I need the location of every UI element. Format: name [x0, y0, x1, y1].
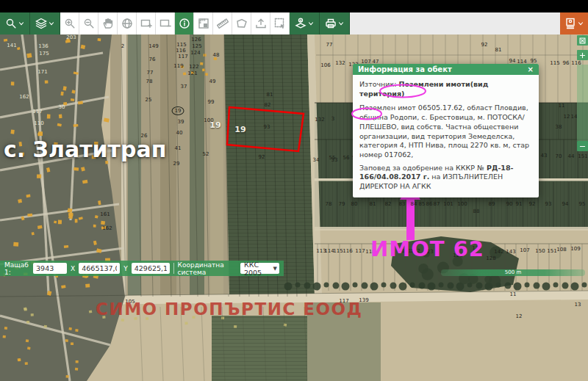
measure-area-icon	[198, 18, 209, 29]
scale-label: Мащаб 1:	[4, 261, 29, 276]
upload-icon	[255, 18, 267, 29]
y-label: Y	[123, 265, 128, 272]
report-menu-button[interactable]	[560, 12, 588, 35]
magnifier-icon	[5, 18, 17, 29]
extent-icon	[578, 37, 587, 45]
order-line: Заповед за одобрение на КККР № РД-18-166…	[359, 164, 532, 192]
chevron-down-icon: ▼	[273, 266, 277, 272]
x-label: X	[71, 265, 75, 272]
parcel-description: Поземлен имот 06505.17.62, област Пловди…	[359, 104, 532, 159]
toolbar	[0, 12, 588, 35]
printer-icon	[325, 18, 337, 29]
chevron-down-icon	[577, 20, 584, 27]
close-icon[interactable]: ×	[528, 66, 534, 73]
search-menu-button[interactable]	[0, 12, 30, 35]
layers-menu-button[interactable]	[30, 12, 60, 35]
zoom-out-icon	[83, 18, 95, 29]
chevron-down-icon	[307, 20, 315, 27]
status-bar: Мащаб 1: X Y Координатна система ККС 200…	[0, 261, 284, 276]
measure-distance-button[interactable]	[213, 12, 232, 35]
browser-top-bar	[0, 0, 588, 12]
imot-callout-label: ИМОТ 62	[370, 236, 484, 261]
print-menu-button[interactable]	[320, 12, 350, 35]
zoom-out-button[interactable]	[79, 12, 98, 35]
measure-area-button[interactable]	[194, 12, 213, 35]
draw-polygon-button[interactable]	[232, 12, 251, 35]
info-popup-title: Информация за обект	[358, 65, 452, 73]
polygon-icon	[236, 18, 248, 29]
zoom-in-icon	[64, 18, 76, 29]
chevron-down-icon	[18, 20, 25, 27]
overview-globe-button[interactable]	[118, 12, 137, 35]
crs-value: ККС 2005	[244, 261, 269, 277]
report-icon	[564, 18, 576, 29]
y-coordinate-input[interactable]	[132, 263, 170, 274]
minus-icon	[578, 142, 587, 150]
zoom-slider-track[interactable]	[577, 65, 588, 141]
toolbar-spacer	[350, 12, 560, 35]
full-extent-button[interactable]	[577, 35, 588, 46]
info-popup: Информация за обект × Източник: Поземлен…	[353, 64, 539, 197]
map-zoom-control	[577, 35, 588, 156]
status-divider	[173, 263, 174, 274]
hand-icon	[102, 18, 114, 29]
zoom-in-button[interactable]	[60, 12, 79, 35]
globe-icon	[121, 18, 133, 29]
ruler-icon	[217, 18, 229, 29]
crs-label: Координатна система	[178, 261, 237, 276]
map-scale-bar: 500 m	[441, 269, 585, 276]
chevron-down-icon	[48, 20, 55, 27]
identify-button[interactable]	[175, 12, 194, 35]
layers-icon	[35, 18, 47, 29]
select-region-button[interactable]	[270, 12, 290, 35]
chevron-down-icon	[337, 20, 345, 27]
info-popup-body: Източник: Поземлени имоти(вид територия)…	[353, 75, 539, 197]
identify-layers-icon	[295, 18, 306, 29]
map-zoom-out-button[interactable]	[577, 141, 588, 151]
rect-minus-icon	[159, 18, 171, 29]
zoom-box-in-button[interactable]	[137, 12, 156, 35]
identify-layers-menu-button[interactable]	[290, 12, 320, 35]
plus-icon	[578, 51, 587, 59]
map-zoom-in-button[interactable]	[577, 50, 588, 60]
source-label: Източник:	[359, 80, 396, 88]
info-icon	[179, 18, 190, 29]
scale-input[interactable]	[33, 263, 67, 274]
company-watermark: СИМО ПРОПЪРТИС ЕООД	[96, 300, 363, 319]
zoom-box-out-button[interactable]	[156, 12, 175, 35]
village-label: с. Златитрап	[4, 137, 166, 162]
x-coordinate-input[interactable]	[79, 263, 120, 274]
select-icon	[274, 18, 286, 29]
crs-select[interactable]: ККС 2005 ▼	[240, 263, 279, 274]
info-popup-header[interactable]: Информация за обект ×	[353, 64, 539, 75]
app-window: 2031411361751711623011711021497677782526…	[0, 0, 588, 381]
upload-button[interactable]	[251, 12, 270, 35]
rect-plus-icon	[140, 18, 152, 29]
pan-button[interactable]	[98, 12, 118, 35]
